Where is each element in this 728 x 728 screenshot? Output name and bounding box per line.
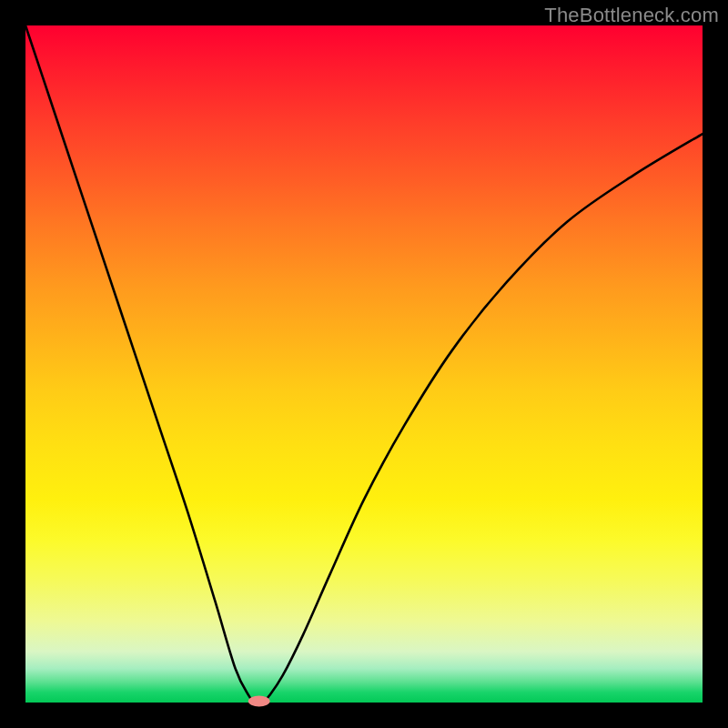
minimum-marker [248,696,270,707]
watermark-text: TheBottleneck.com [544,4,719,27]
chart-frame: TheBottleneck.com [0,0,728,728]
plot-area [25,25,703,703]
bottleneck-curve [25,25,703,703]
curve-svg [25,25,703,703]
